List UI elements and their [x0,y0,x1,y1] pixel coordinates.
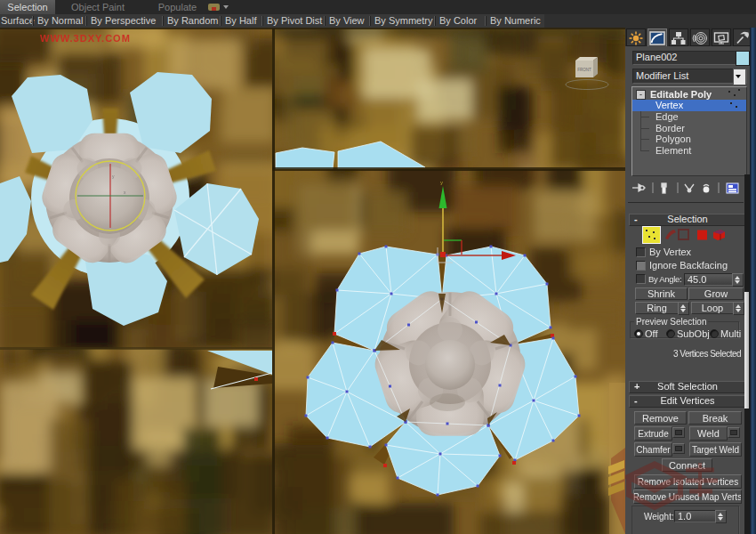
svg-text:FRONT: FRONT [577,68,591,72]
svg-text:y: y [440,180,443,185]
svg-text:WWW.3DXY.COM: WWW.3DXY.COM [40,33,131,44]
